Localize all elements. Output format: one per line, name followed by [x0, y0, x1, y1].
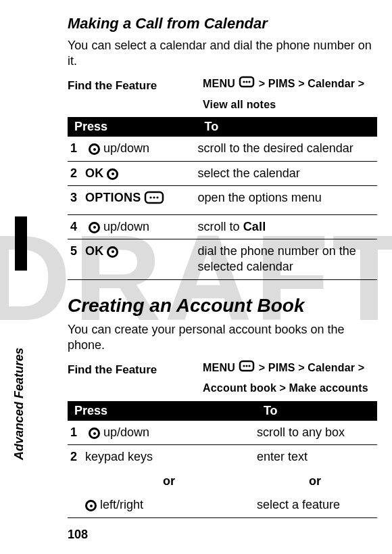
- table-row: 4 up/down scroll to Call: [68, 214, 377, 239]
- svg-point-1: [243, 80, 245, 83]
- svg-point-11: [249, 365, 251, 367]
- table-row: 3 OPTIONS open the options menu: [68, 186, 377, 214]
- options-key-icon: [144, 191, 164, 210]
- svg-point-9: [243, 365, 245, 367]
- table-row: 5 OK dial the phone number on the select…: [68, 239, 377, 279]
- or-row: or or: [68, 469, 377, 493]
- table-row: left/right select a feature: [68, 493, 377, 517]
- table-row: 2 OK select the calendar: [68, 161, 377, 185]
- nav-key-icon: [107, 168, 118, 180]
- page-number: 108: [68, 528, 88, 542]
- svg-point-6: [153, 197, 155, 199]
- nav-key-icon: [107, 246, 118, 258]
- path-view-all-notes: View all notes: [203, 99, 276, 110]
- svg-point-2: [246, 80, 248, 83]
- path-pims: PIMS: [268, 362, 295, 373]
- svg-point-10: [246, 365, 248, 367]
- path-make-accounts: Make accounts: [289, 382, 368, 394]
- table-row: 1 up/down scroll to any box: [68, 421, 377, 445]
- nav-key-icon: [89, 143, 100, 155]
- col-to: To: [257, 401, 377, 421]
- menu-key-icon: [238, 359, 255, 381]
- nav-key-icon: [89, 222, 100, 233]
- svg-point-5: [150, 197, 152, 199]
- section1-nav-path: MENU > PIMS > Calendar > View all notes: [203, 75, 377, 114]
- section1-find-feature: Find the Feature MENU > PIMS > Calendar …: [68, 75, 377, 114]
- table-row: 2 keypad keys enter text: [68, 445, 377, 469]
- find-feature-label: Find the Feature: [68, 75, 203, 93]
- col-press: Press: [68, 401, 257, 421]
- section2-nav-path: MENU > PIMS > Calendar > Account book > …: [203, 359, 377, 398]
- col-to: To: [198, 117, 377, 137]
- path-menu: MENU: [203, 362, 235, 373]
- section2-steps-table: Press To 1 up/down scroll to any box 2 k…: [68, 401, 377, 518]
- col-press: Press: [68, 117, 198, 137]
- path-calendar: Calendar: [308, 78, 355, 89]
- find-feature-label: Find the Feature: [68, 359, 203, 377]
- svg-point-7: [157, 197, 159, 199]
- path-account-book: Account book: [203, 382, 276, 394]
- side-section-label: Advanced Features: [12, 348, 26, 460]
- path-calendar: Calendar: [308, 362, 355, 373]
- side-tab: [15, 216, 27, 271]
- path-menu: MENU: [203, 78, 235, 89]
- svg-point-3: [249, 80, 251, 83]
- section2-find-feature: Find the Feature MENU > PIMS > Calendar …: [68, 359, 377, 398]
- nav-key-icon: [85, 500, 97, 511]
- section1-title: Making a Call from Calendar: [68, 15, 377, 32]
- table-row: 1 up/down scroll to the desired calendar: [68, 137, 377, 161]
- path-pims: PIMS: [268, 78, 295, 89]
- section1-steps-table: Press To 1 up/down scroll to the desired…: [68, 117, 377, 279]
- nav-key-icon: [89, 428, 100, 439]
- section1-intro: You can select a calendar and dial the p…: [68, 38, 377, 70]
- section2-title: Creating an Account Book: [68, 295, 377, 317]
- menu-key-icon: [238, 75, 255, 97]
- section2-intro: You can create your personal account boo…: [68, 322, 377, 354]
